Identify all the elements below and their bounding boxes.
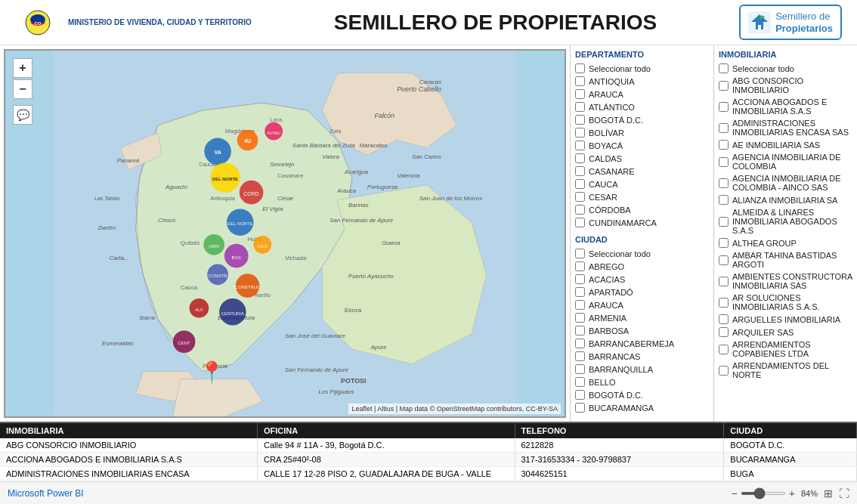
table-row[interactable]: ACCIONA ABOGADOS E INMOBILIARIA S.A.S CR… xyxy=(0,453,857,467)
zoom-decrease-button[interactable]: − xyxy=(732,487,738,499)
inmobiliaria-checkbox[interactable] xyxy=(719,178,729,188)
city-checkbox[interactable] xyxy=(575,261,585,271)
department-filter-item[interactable]: CASANARE xyxy=(575,165,709,178)
city-checkbox[interactable] xyxy=(575,339,585,348)
city-filter-item[interactable]: BELLO xyxy=(575,376,709,388)
department-checkbox[interactable] xyxy=(575,115,585,125)
inmobiliaria-filter-item[interactable]: ARRENDAMIENTOS DEL NORTE xyxy=(719,360,852,379)
department-checkbox[interactable] xyxy=(575,102,585,112)
department-checkbox[interactable] xyxy=(575,153,585,163)
department-checkbox[interactable] xyxy=(575,205,585,215)
city-checkbox[interactable] xyxy=(575,249,585,258)
department-filter-item[interactable]: CUNDINAMARCA xyxy=(575,216,709,229)
city-filter-item[interactable]: ACACIAS xyxy=(575,273,709,286)
inmobiliaria-checkbox[interactable] xyxy=(719,238,729,248)
table-row[interactable]: ABG CONSORCIO INMOBILIARIO Calle 94 # 11… xyxy=(0,438,857,453)
city-filter-item[interactable]: ARMENIA xyxy=(575,311,709,324)
department-checkbox[interactable] xyxy=(575,63,585,73)
city-checkbox[interactable] xyxy=(575,364,585,374)
inmobiliaria-filter-item[interactable]: AE INMOBILIARIA SAS xyxy=(719,138,852,151)
city-checkbox[interactable] xyxy=(575,351,585,361)
department-filter-item[interactable]: CESAR xyxy=(575,190,709,203)
comment-button[interactable]: 💬 xyxy=(13,105,32,125)
city-filter-item[interactable]: BUCARAMANGA xyxy=(575,401,709,414)
city-filter-item[interactable]: Seleccionar todo xyxy=(575,247,709,260)
inmobiliaria-checkbox[interactable] xyxy=(719,345,729,354)
city-checkbox[interactable] xyxy=(575,403,585,413)
zoom-out-button[interactable]: − xyxy=(13,79,32,99)
inmobiliaria-checkbox[interactable] xyxy=(719,366,729,376)
inmobiliaria-filter-item[interactable]: ACCIONA ABOGADOS E INMOBILIARIA S.A.S xyxy=(719,96,852,117)
inmobiliaria-filter-item[interactable]: AMBIENTES CONSTRUCTORA INMOBILIARIA SAS xyxy=(719,271,852,292)
inmobiliaria-filter-item[interactable]: ARQUILER SAS xyxy=(719,326,852,339)
inmobiliaria-filter-item[interactable]: AGENCIA INMOBILIARIA DE COLOMBIA - AINCO… xyxy=(719,172,852,193)
city-filter-item[interactable]: BOGOTÁ D.C. xyxy=(575,388,709,401)
inmobiliaria-checkbox[interactable] xyxy=(719,123,729,133)
department-checkbox[interactable] xyxy=(575,192,585,202)
city-checkbox[interactable] xyxy=(575,377,585,387)
department-filter-item[interactable]: CÓRDOBA xyxy=(575,203,709,216)
inmobiliaria-filter-item[interactable]: AGENCIA INMOBILIARIA DE COLOMBIA xyxy=(719,151,852,172)
inmobiliaria-checkbox[interactable] xyxy=(719,217,729,227)
city-checkbox[interactable] xyxy=(575,300,585,310)
inmobiliaria-checkbox[interactable] xyxy=(719,102,729,112)
cell-oficina: CRA 25#40²-08 xyxy=(258,453,515,467)
zoom-slider[interactable] xyxy=(741,492,786,495)
city-checkbox[interactable] xyxy=(575,326,585,335)
department-filter-item[interactable]: ARAUCA xyxy=(575,88,709,100)
inmobiliaria-filter-item[interactable]: ADMINISTRACIONES INMOBILIARIAS ENCASA SA… xyxy=(719,117,852,138)
inmobiliaria-filter-item[interactable]: Seleccionar todo xyxy=(719,62,852,75)
inmobiliaria-checkbox[interactable] xyxy=(719,63,729,73)
city-filter-item[interactable]: APARTADÓ xyxy=(575,286,709,298)
city-checkbox[interactable] xyxy=(575,274,585,284)
inmobiliaria-checkbox[interactable] xyxy=(719,314,729,324)
inmobiliaria-filter-item[interactable]: AMBAR TAHINA BASTIDAS ARGOTI xyxy=(719,249,852,271)
inmobiliaria-checkbox[interactable] xyxy=(719,157,729,167)
power-bi-link[interactable]: Microsoft Power BI xyxy=(8,488,84,499)
department-checkbox[interactable] xyxy=(575,218,585,227)
department-checkbox[interactable] xyxy=(575,141,585,150)
fit-page-button[interactable]: ⊞ xyxy=(824,487,833,499)
department-filter-item[interactable]: ATLÁNTICO xyxy=(575,100,709,113)
inmobiliaria-checkbox[interactable] xyxy=(719,140,729,150)
inmobiliaria-filter-item[interactable]: ALMEIDA & LINARES INMOBILIARIA ABOGADOS … xyxy=(719,206,852,237)
department-label: BOYACÁ xyxy=(589,141,623,150)
inmobiliaria-checkbox[interactable] xyxy=(719,195,729,205)
zoom-increase-button[interactable]: + xyxy=(789,487,795,499)
city-filter-item[interactable]: BARRANQUILLA xyxy=(575,363,709,376)
city-filter-item[interactable]: BARRANCAS xyxy=(575,350,709,363)
city-checkbox[interactable] xyxy=(575,390,585,400)
city-filter-item[interactable]: BARRANCABERMEJA xyxy=(575,337,709,350)
city-checkbox[interactable] xyxy=(575,313,585,323)
inmobiliaria-filter-item[interactable]: AR SOLUCIONES INMOBILIARIAS S.A.S. xyxy=(719,292,852,313)
department-filter-item[interactable]: CAUCA xyxy=(575,178,709,190)
fullscreen-button[interactable]: ⛶ xyxy=(839,487,849,499)
inmobiliaria-filter-item[interactable]: ARRENDAMIENTOS COPABIENES LTDA xyxy=(719,339,852,360)
city-filter-item[interactable]: BARBOSA xyxy=(575,324,709,337)
city-filter-item[interactable]: ARAUCA xyxy=(575,298,709,311)
inmobiliaria-filter-item[interactable]: ARGUELLES INMOBILIARIA xyxy=(719,313,852,326)
department-filter-item[interactable]: BOGOTÁ D.C. xyxy=(575,113,709,126)
zoom-in-button[interactable]: + xyxy=(13,58,32,78)
inmobiliaria-checkbox[interactable] xyxy=(719,81,729,91)
city-checkbox[interactable] xyxy=(575,287,585,297)
inmobiliaria-checkbox[interactable] xyxy=(719,298,729,308)
department-filter-item[interactable]: Seleccionar todo xyxy=(575,62,709,75)
department-filter-item[interactable]: ANTIOQUIA xyxy=(575,75,709,88)
inmobiliaria-checkbox[interactable] xyxy=(719,255,729,265)
city-filter-item[interactable]: ABREGO xyxy=(575,260,709,273)
inmobiliaria-checkbox[interactable] xyxy=(719,277,729,286)
department-checkbox[interactable] xyxy=(575,166,585,176)
table-row[interactable]: ADMINISTRACIONES INMOBILIARIAS ENCASA CA… xyxy=(0,467,857,481)
inmobiliaria-checkbox[interactable] xyxy=(719,327,729,337)
department-checkbox[interactable] xyxy=(575,89,585,99)
department-filter-item[interactable]: BOLÍVAR xyxy=(575,126,709,139)
department-checkbox[interactable] xyxy=(575,179,585,189)
inmobiliaria-filter-item[interactable]: ALTHEA GROUP xyxy=(719,237,852,249)
department-filter-item[interactable]: CALDAS xyxy=(575,152,709,165)
department-checkbox[interactable] xyxy=(575,128,585,138)
inmobiliaria-filter-item[interactable]: ABG CONSORCIO INMOBILIARIO xyxy=(719,75,852,96)
inmobiliaria-filter-item[interactable]: ALIANZA INMOBILIARIA SA xyxy=(719,193,852,206)
department-checkbox[interactable] xyxy=(575,76,585,86)
department-filter-item[interactable]: BOYACÁ xyxy=(575,139,709,152)
